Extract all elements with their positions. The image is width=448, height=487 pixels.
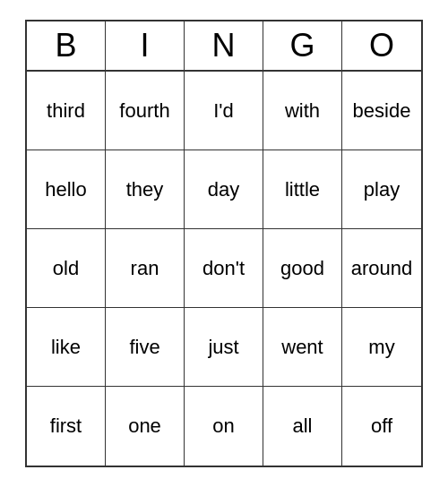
header-n: N (185, 21, 263, 70)
bingo-cell[interactable]: went (263, 308, 342, 387)
bingo-cell[interactable]: third (27, 72, 106, 150)
bingo-header: B I N G O (27, 21, 421, 72)
bingo-cell[interactable]: little (263, 150, 342, 229)
bingo-cell[interactable]: one (106, 387, 185, 466)
bingo-cell[interactable]: old (27, 229, 106, 308)
bingo-cell[interactable]: don't (185, 229, 263, 308)
bingo-cell[interactable]: beside (342, 72, 421, 150)
bingo-grid: thirdfourthI'dwithbesidehellotheydaylitt… (27, 72, 421, 466)
header-b: B (27, 21, 106, 70)
header-o: O (342, 21, 421, 70)
bingo-cell[interactable]: hello (27, 150, 106, 229)
bingo-cell[interactable]: they (106, 150, 185, 229)
bingo-cell[interactable]: with (263, 72, 342, 150)
bingo-cell[interactable]: first (27, 387, 106, 466)
bingo-cell[interactable]: ran (106, 229, 185, 308)
bingo-cell[interactable]: play (342, 150, 421, 229)
bingo-cell[interactable]: all (263, 387, 342, 466)
bingo-cell[interactable]: off (342, 387, 421, 466)
header-g: G (263, 21, 342, 70)
bingo-cell[interactable]: fourth (106, 72, 185, 150)
bingo-cell[interactable]: I'd (185, 72, 263, 150)
bingo-card: B I N G O thirdfourthI'dwithbesidehellot… (25, 20, 423, 467)
bingo-cell[interactable]: just (185, 308, 263, 387)
bingo-cell[interactable]: around (342, 229, 421, 308)
bingo-cell[interactable]: on (185, 387, 263, 466)
bingo-cell[interactable]: like (27, 308, 106, 387)
bingo-cell[interactable]: day (185, 150, 263, 229)
bingo-cell[interactable]: my (342, 308, 421, 387)
bingo-cell[interactable]: good (263, 229, 342, 308)
header-i: I (106, 21, 185, 70)
bingo-cell[interactable]: five (106, 308, 185, 387)
